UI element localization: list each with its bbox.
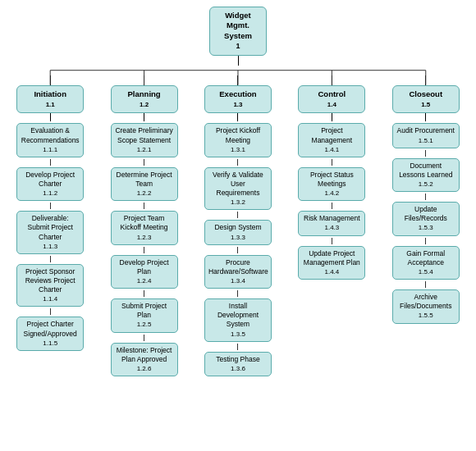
- sub-node-0-4: Project Charter Signed/Approved1.1.5: [16, 317, 84, 350]
- column-1: Planning1.2Create Preliminary Scope Stat…: [100, 75, 189, 379]
- sub-node-0-0: Evaluation & Recommendations1.1.1: [16, 123, 84, 157]
- sub-node-1-0: Create Preliminary Scope Statement1.2.1: [111, 123, 178, 157]
- level1-num: 1.3: [233, 101, 242, 108]
- level1-node-1: Planning1.2: [111, 85, 178, 114]
- sub-node-1-2: Project Team Kickoff Meeting1.2.3: [111, 211, 178, 244]
- root-label: Widget Mgmt. System: [224, 11, 252, 40]
- level1-node-2: Execution1.3: [204, 85, 272, 114]
- sub-node-3-3: Update Project Management Plan1.4.4: [298, 246, 365, 280]
- sub-node-3-2: Risk Management1.4.3: [298, 211, 365, 235]
- root-node: Widget Mgmt. System 1: [209, 7, 267, 56]
- sub-node-1-5: Milestone: Project Plan Approved1.2.6: [111, 343, 178, 376]
- level1-label: Planning: [128, 89, 161, 98]
- level1-label: Execution: [219, 89, 256, 98]
- sub-node-4-3: Gain Formal Acceptance1.5.4: [392, 246, 460, 280]
- level1-label: Closeout: [409, 89, 442, 98]
- sub-node-4-1: Document Lessons Learned1.5.2: [392, 158, 460, 192]
- level1-node-4: Closeout1.5: [392, 85, 460, 114]
- sub-node-1-4: Submit Project Plan1.2.5: [111, 298, 178, 332]
- sub-nodes-col-3: Project Management1.4.1Project Status Me…: [287, 121, 376, 281]
- sub-node-2-1: Verify & Validate User Requirements1.3.2: [204, 167, 272, 211]
- wbs-chart: Widget Mgmt. System 1 Initiation1.1Evalu…: [0, 0, 476, 385]
- level1-node-0: Initiation1.1: [16, 85, 84, 114]
- column-3: Control1.4Project Management1.4.1Project…: [287, 75, 376, 282]
- sub-node-0-2: Deliverable: Submit Project Charter1.1.3: [16, 211, 84, 254]
- level1-node-3: Control1.4: [298, 85, 365, 114]
- root-num: 1: [236, 42, 240, 50]
- sub-nodes-col-4: Audit Procurement1.5.1Document Lessons L…: [382, 121, 470, 325]
- sub-node-1-3: Develop Project Plan1.2.4: [111, 255, 178, 289]
- level1-label: Initiation: [34, 89, 66, 98]
- column-4: Closeout1.5Audit Procurement1.5.1Documen…: [382, 75, 470, 326]
- level1-label: Control: [318, 89, 346, 98]
- sub-node-2-2: Design System1.3.3: [204, 220, 272, 244]
- level1-num: 1.2: [140, 101, 149, 108]
- sub-node-4-4: Archive Files/Documents1.5.5: [392, 289, 460, 323]
- sub-nodes-col-0: Evaluation & Recommendations1.1.1Develop…: [6, 121, 94, 353]
- column-2: Execution1.3Project Kickoff Meeting1.3.1…: [194, 75, 282, 379]
- sub-nodes-col-2: Project Kickoff Meeting1.3.1Verify & Val…: [194, 121, 282, 378]
- sub-node-3-0: Project Management1.4.1: [298, 123, 365, 157]
- level1-num: 1.1: [46, 101, 55, 108]
- sub-node-1-1: Determine Project Team1.2.2: [111, 167, 178, 201]
- sub-node-0-1: Develop Project Charter1.1.2: [16, 167, 84, 201]
- sub-node-4-0: Audit Procurement1.5.1: [392, 123, 460, 148]
- level1-num: 1.5: [421, 101, 430, 108]
- sub-node-0-3: Project Sponsor Reviews Project Charter1…: [16, 264, 84, 308]
- sub-node-2-3: Procure Hardware/Software1.3.4: [204, 255, 272, 289]
- sub-nodes-col-1: Create Preliminary Scope Statement1.2.1D…: [100, 121, 189, 378]
- sub-node-4-2: Update Files/Records1.5.3: [392, 202, 460, 235]
- sub-node-2-5: Testing Phase1.3.6: [204, 352, 272, 376]
- sub-node-3-1: Project Status Meetings1.4.2: [298, 167, 365, 201]
- sub-node-2-4: Install Development System1.3.5: [204, 298, 272, 342]
- sub-node-2-0: Project Kickoff Meeting1.3.1: [204, 123, 272, 157]
- level1-num: 1.4: [327, 101, 336, 108]
- column-0: Initiation1.1Evaluation & Recommendation…: [6, 75, 94, 353]
